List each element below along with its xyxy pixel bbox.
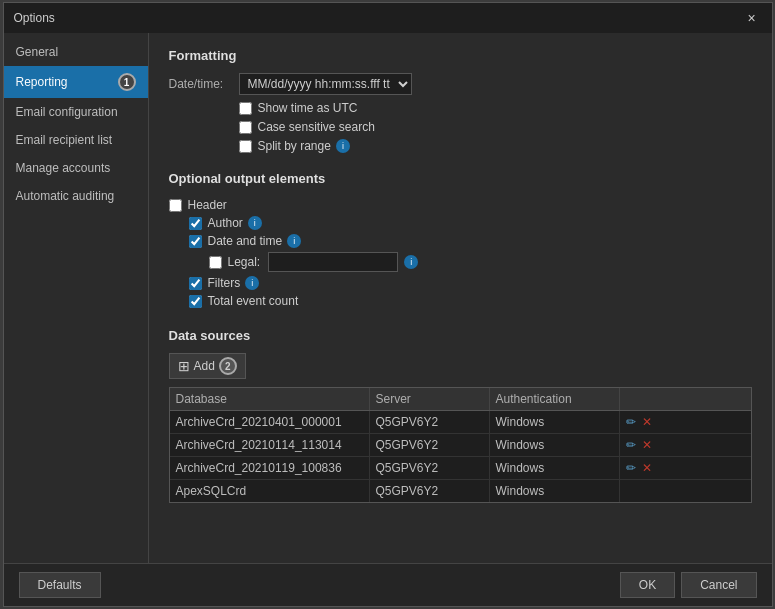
row4-actions bbox=[620, 480, 680, 502]
row4-auth: Windows bbox=[490, 480, 620, 502]
date-time-row: Date and time i bbox=[189, 232, 752, 250]
legal-label: Legal: bbox=[228, 255, 261, 269]
row3-delete-icon[interactable]: ✕ bbox=[642, 461, 652, 475]
optional-output-section: Optional output elements Header Author i… bbox=[169, 171, 752, 310]
add-label: Add bbox=[194, 359, 215, 373]
sidebar-item-reporting[interactable]: Reporting 1 bbox=[4, 66, 148, 98]
total-event-count-label: Total event count bbox=[208, 294, 299, 308]
row4-server: Q5GPV6Y2 bbox=[370, 480, 490, 502]
date-time-info-icon[interactable]: i bbox=[287, 234, 301, 248]
row3-database: ArchiveCrd_20210119_100836 bbox=[170, 457, 370, 479]
col-auth: Authentication bbox=[490, 388, 620, 410]
header-row: Header bbox=[169, 196, 752, 214]
row1-auth: Windows bbox=[490, 411, 620, 433]
datetime-row: Date/time: MM/dd/yyyy hh:mm:ss.fff tt bbox=[169, 73, 752, 95]
data-sources-table: Database Server Authentication ArchiveCr… bbox=[169, 387, 752, 503]
legal-info-icon[interactable]: i bbox=[404, 255, 418, 269]
row3-edit-icon[interactable]: ✏ bbox=[626, 461, 636, 475]
split-by-range-info-icon[interactable]: i bbox=[336, 139, 350, 153]
sidebar: General Reporting 1 Email configuration … bbox=[4, 33, 149, 563]
row3-auth: Windows bbox=[490, 457, 620, 479]
datetime-label: Date/time: bbox=[169, 77, 239, 91]
formatting-title: Formatting bbox=[169, 48, 752, 63]
col-actions bbox=[620, 388, 680, 410]
data-sources-title: Data sources bbox=[169, 328, 752, 343]
filters-checkbox[interactable] bbox=[189, 277, 202, 290]
content-area: Formatting Date/time: MM/dd/yyyy hh:mm:s… bbox=[149, 33, 772, 563]
close-button[interactable]: × bbox=[742, 8, 762, 28]
sidebar-item-email-config[interactable]: Email configuration bbox=[4, 98, 148, 126]
header-label: Header bbox=[188, 198, 227, 212]
show-utc-checkbox[interactable] bbox=[239, 102, 252, 115]
split-by-range-row: Split by range i bbox=[239, 139, 752, 153]
table-row: ArchiveCrd_20210119_100836 Q5GPV6Y2 Wind… bbox=[170, 457, 751, 480]
filters-row: Filters i bbox=[189, 274, 752, 292]
dialog-title: Options bbox=[14, 11, 55, 25]
datetime-select[interactable]: MM/dd/yyyy hh:mm:ss.fff tt bbox=[239, 73, 412, 95]
row3-server: Q5GPV6Y2 bbox=[370, 457, 490, 479]
date-time-checkbox[interactable] bbox=[189, 235, 202, 248]
reporting-badge: 1 bbox=[118, 73, 136, 91]
add-badge: 2 bbox=[219, 357, 237, 375]
sidebar-item-automatic-auditing[interactable]: Automatic auditing bbox=[4, 182, 148, 210]
split-by-range-label: Split by range bbox=[258, 139, 331, 153]
show-utc-label: Show time as UTC bbox=[258, 101, 358, 115]
row1-server: Q5GPV6Y2 bbox=[370, 411, 490, 433]
date-time-label: Date and time bbox=[208, 234, 283, 248]
dialog-footer: Defaults OK Cancel bbox=[4, 563, 772, 606]
row2-edit-icon[interactable]: ✏ bbox=[626, 438, 636, 452]
table-row: ApexSQLCrd Q5GPV6Y2 Windows bbox=[170, 480, 751, 502]
legal-row: Legal: i bbox=[209, 250, 752, 274]
sidebar-item-general[interactable]: General bbox=[4, 38, 148, 66]
filters-label: Filters bbox=[208, 276, 241, 290]
header-checkbox[interactable] bbox=[169, 199, 182, 212]
formatting-section: Formatting Date/time: MM/dd/yyyy hh:mm:s… bbox=[169, 48, 752, 153]
row3-actions: ✏ ✕ bbox=[620, 457, 680, 479]
col-server: Server bbox=[370, 388, 490, 410]
defaults-button[interactable]: Defaults bbox=[19, 572, 101, 598]
row4-database: ApexSQLCrd bbox=[170, 480, 370, 502]
filters-info-icon[interactable]: i bbox=[245, 276, 259, 290]
ok-button[interactable]: OK bbox=[620, 572, 675, 598]
author-label: Author bbox=[208, 216, 243, 230]
row1-delete-icon[interactable]: ✕ bbox=[642, 415, 652, 429]
row1-database: ArchiveCrd_20210401_000001 bbox=[170, 411, 370, 433]
row2-delete-icon[interactable]: ✕ bbox=[642, 438, 652, 452]
row2-auth: Windows bbox=[490, 434, 620, 456]
add-button[interactable]: ⊞ Add 2 bbox=[169, 353, 246, 379]
table-row: ArchiveCrd_20210401_000001 Q5GPV6Y2 Wind… bbox=[170, 411, 751, 434]
table-row: ArchiveCrd_20210114_113014 Q5GPV6Y2 Wind… bbox=[170, 434, 751, 457]
footer-right-buttons: OK Cancel bbox=[620, 572, 757, 598]
col-database: Database bbox=[170, 388, 370, 410]
case-sensitive-checkbox[interactable] bbox=[239, 121, 252, 134]
row2-server: Q5GPV6Y2 bbox=[370, 434, 490, 456]
sidebar-item-email-recipient[interactable]: Email recipient list bbox=[4, 126, 148, 154]
split-by-range-checkbox[interactable] bbox=[239, 140, 252, 153]
row1-edit-icon[interactable]: ✏ bbox=[626, 415, 636, 429]
sidebar-item-manage-accounts[interactable]: Manage accounts bbox=[4, 154, 148, 182]
total-event-count-row: Total event count bbox=[189, 292, 752, 310]
dialog-body: General Reporting 1 Email configuration … bbox=[4, 33, 772, 563]
data-sources-section: Data sources ⊞ Add 2 Database Server Aut… bbox=[169, 328, 752, 503]
author-info-icon[interactable]: i bbox=[248, 216, 262, 230]
author-checkbox[interactable] bbox=[189, 217, 202, 230]
row2-actions: ✏ ✕ bbox=[620, 434, 680, 456]
optional-output-title: Optional output elements bbox=[169, 171, 752, 186]
show-utc-row: Show time as UTC bbox=[239, 101, 752, 115]
add-icon: ⊞ bbox=[178, 358, 190, 374]
legal-input[interactable] bbox=[268, 252, 398, 272]
case-sensitive-label: Case sensitive search bbox=[258, 120, 375, 134]
legal-checkbox[interactable] bbox=[209, 256, 222, 269]
total-event-count-checkbox[interactable] bbox=[189, 295, 202, 308]
row1-actions: ✏ ✕ bbox=[620, 411, 680, 433]
cancel-button[interactable]: Cancel bbox=[681, 572, 756, 598]
author-row: Author i bbox=[189, 214, 752, 232]
title-bar: Options × bbox=[4, 3, 772, 33]
case-sensitive-row: Case sensitive search bbox=[239, 120, 752, 134]
options-dialog: Options × General Reporting 1 Email conf… bbox=[3, 2, 773, 607]
row2-database: ArchiveCrd_20210114_113014 bbox=[170, 434, 370, 456]
table-header: Database Server Authentication bbox=[170, 388, 751, 411]
